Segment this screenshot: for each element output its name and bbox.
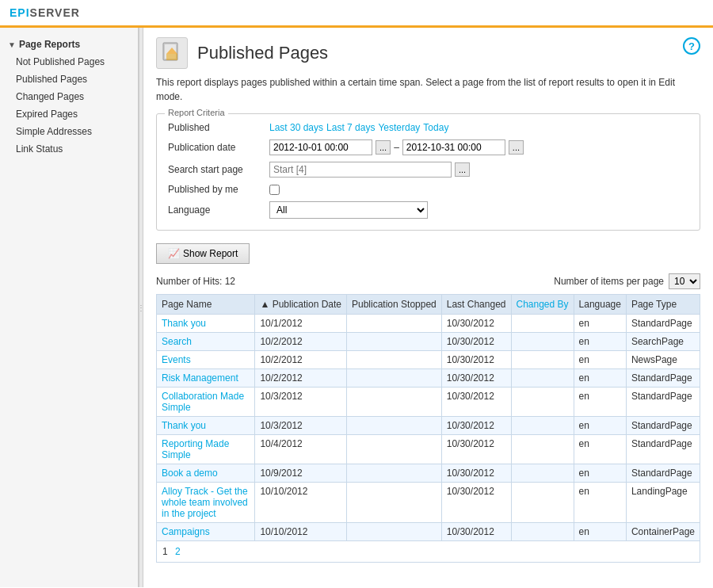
criteria-legend: Report Criteria [165, 108, 228, 117]
date-to-browse-btn[interactable]: ... [509, 140, 524, 155]
help-icon[interactable]: ? [683, 37, 700, 55]
cell-pub-date: 10/1/2012 [255, 315, 347, 333]
sidebar-title-label: Page Reports [19, 39, 80, 50]
date-from-browse-btn[interactable]: ... [376, 140, 391, 155]
cell-pub-stopped [347, 333, 442, 351]
cell-name: Risk Management [157, 369, 255, 388]
sidebar-section-title: ▼ Page Reports [0, 34, 138, 53]
cell-name: Thank you [157, 417, 255, 435]
cell-changed-by [511, 464, 574, 483]
cell-last-changed: 10/30/2012 [441, 388, 511, 417]
items-per-page: Number of items per page 10 20 50 [554, 273, 700, 289]
published-label: Published [168, 122, 263, 133]
app-header: EPISERVER [0, 0, 713, 28]
startpage-browse-btn[interactable]: ... [455, 162, 470, 177]
quick-link-yesterday[interactable]: Yesterday [378, 122, 420, 133]
cell-pub-stopped [347, 417, 442, 435]
cell-changed-by [511, 351, 574, 369]
cell-page-type: StandardPage [626, 417, 700, 435]
sort-arrow-icon: ▲ [260, 299, 272, 310]
quick-link-today[interactable]: Today [423, 122, 448, 133]
cell-page-type: StandardPage [626, 464, 700, 483]
cell-pub-date: 10/4/2012 [255, 435, 347, 464]
cell-language: en [574, 315, 626, 333]
page-name-link[interactable]: Collaboration Made Simple [162, 391, 244, 413]
table-row: Reporting Made Simple 10/4/2012 10/30/20… [157, 435, 700, 464]
page-name-link[interactable]: Alloy Track - Get the whole team involve… [162, 486, 248, 519]
table-row: Search 10/2/2012 10/30/2012 en SearchPag… [157, 333, 700, 351]
page-name-link[interactable]: Risk Management [162, 372, 238, 384]
pubdate-inputs: ... – ... [269, 139, 688, 155]
results-header: Number of Hits: 12 Number of items per p… [156, 273, 700, 289]
published-by-me-checkbox[interactable] [269, 185, 280, 195]
sidebar: ▼ Page Reports Not Published Pages Publi… [0, 28, 139, 587]
cell-language: en [574, 351, 626, 369]
cell-last-changed: 10/30/2012 [441, 417, 511, 435]
table-header-row: Page Name ▲ Publication Date Publication… [157, 295, 700, 315]
quick-link-7days[interactable]: Last 7 days [326, 122, 375, 133]
table-body: Thank you 10/1/2012 10/30/2012 en Standa… [157, 315, 700, 541]
table-row: Risk Management 10/2/2012 10/30/2012 en … [157, 369, 700, 388]
date-from-input[interactable] [269, 139, 372, 155]
cell-changed-by [511, 417, 574, 435]
sidebar-item-not-published[interactable]: Not Published Pages [0, 53, 138, 71]
cell-page-type: StandardPage [626, 435, 700, 464]
cell-page-type: SearchPage [626, 333, 700, 351]
cell-last-changed: 10/30/2012 [441, 369, 511, 388]
cell-pub-stopped [347, 351, 442, 369]
report-criteria-box: Report Criteria Published Last 30 days L… [156, 113, 700, 231]
sidebar-item-expired[interactable]: Expired Pages [0, 105, 138, 123]
page-name-link[interactable]: Reporting Made Simple [162, 438, 229, 460]
cell-page-type: StandardPage [626, 315, 700, 333]
items-per-page-select[interactable]: 10 20 50 [669, 273, 700, 289]
page-name-link[interactable]: Book a demo [162, 468, 218, 479]
sidebar-item-published[interactable]: Published Pages [0, 71, 138, 88]
quick-link-30days[interactable]: Last 30 days [269, 122, 323, 133]
page-current: 1 [162, 546, 168, 557]
cell-page-type: ContainerPage [626, 523, 700, 541]
sidebar-item-simple-addresses[interactable]: Simple Addresses [0, 123, 138, 140]
cell-last-changed: 10/30/2012 [441, 351, 511, 369]
pubdate-label: Publication date [168, 142, 263, 153]
language-label: Language [168, 204, 263, 216]
items-per-page-label: Number of items per page [554, 276, 664, 287]
cell-changed-by [511, 369, 574, 388]
language-select[interactable]: All English Swedish German [269, 201, 428, 219]
cell-name: Book a demo [157, 464, 255, 483]
page-description: This report displays pages published wit… [156, 75, 700, 104]
show-report-button[interactable]: 📈 Show Report [156, 243, 250, 264]
page-header-left: Published Pages [156, 37, 328, 69]
cell-pub-date: 10/3/2012 [255, 417, 347, 435]
table-row: Alloy Track - Get the whole team involve… [157, 483, 700, 523]
cell-changed-by [511, 333, 574, 351]
page-name-link[interactable]: Thank you [162, 318, 206, 329]
cell-page-type: StandardPage [626, 369, 700, 388]
cell-name: Collaboration Made Simple [157, 388, 255, 417]
cell-pub-stopped [347, 388, 442, 417]
date-to-input[interactable] [402, 139, 505, 155]
criteria-row-startpage: Search start page ... [168, 162, 688, 178]
sidebar-item-link-status[interactable]: Link Status [0, 140, 138, 158]
criteria-row-publishedby: Published by me [168, 184, 688, 195]
cell-last-changed: 10/30/2012 [441, 523, 511, 541]
page-2-link[interactable]: 2 [175, 546, 181, 557]
cell-pub-stopped [347, 464, 442, 483]
report-table: Page Name ▲ Publication Date Publication… [156, 294, 700, 541]
startpage-label: Search start page [168, 164, 263, 175]
cell-changed-by [511, 315, 574, 333]
col-pub-date[interactable]: ▲ Publication Date [255, 295, 347, 315]
col-page-type: Page Type [626, 295, 700, 315]
page-name-link[interactable]: Events [162, 354, 191, 365]
page-name-link[interactable]: Campaigns [162, 526, 210, 537]
sidebar-item-changed[interactable]: Changed Pages [0, 88, 138, 105]
page-name-link[interactable]: Thank you [162, 420, 206, 431]
sidebar-arrow-icon: ▼ [8, 40, 16, 49]
cell-pub-date: 10/3/2012 [255, 388, 347, 417]
startpage-input[interactable] [269, 162, 452, 178]
cell-last-changed: 10/30/2012 [441, 315, 511, 333]
date-separator: – [394, 142, 399, 153]
cell-changed-by [511, 435, 574, 464]
published-quick-links: Last 30 days Last 7 days Yesterday Today [269, 122, 688, 133]
page-name-link[interactable]: Search [162, 336, 192, 347]
cell-pub-stopped [347, 483, 442, 523]
